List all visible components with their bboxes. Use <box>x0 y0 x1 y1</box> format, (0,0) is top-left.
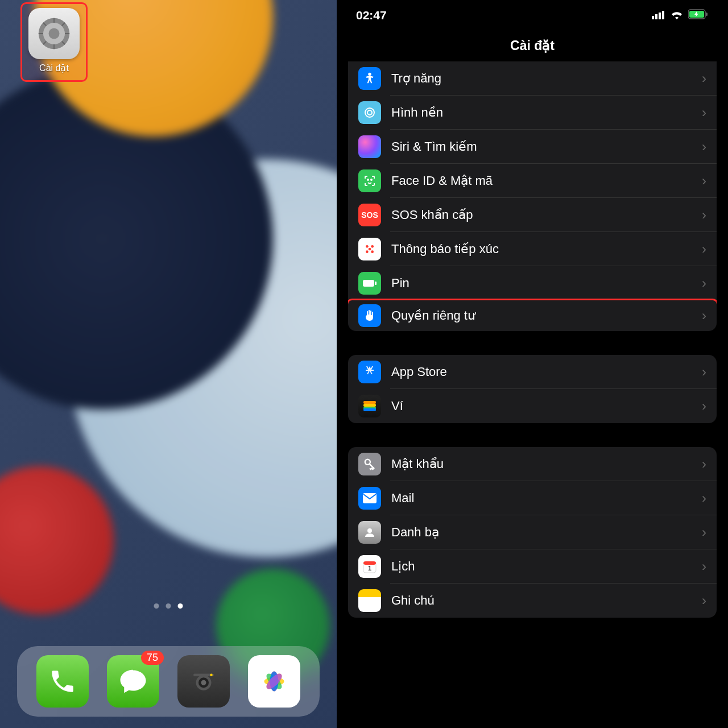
wifi-icon <box>670 9 684 22</box>
row-exposure[interactable]: Thông báo tiếp xúc › <box>348 232 717 266</box>
row-label: Mật khẩu <box>391 457 702 471</box>
svg-point-34 <box>366 245 369 248</box>
row-label: Hình nền <box>391 105 702 120</box>
row-siri[interactable]: Siri & Tìm kiếm › <box>348 130 717 164</box>
svg-point-15 <box>210 674 213 677</box>
row-battery[interactable]: Pin › <box>348 266 717 300</box>
row-faceid[interactable]: Face ID & Mật mã › <box>348 164 717 198</box>
svg-point-47 <box>367 528 372 533</box>
svg-rect-40 <box>375 282 377 285</box>
chevron-right-icon: › <box>702 105 717 121</box>
settings-app-label: Cài đặt <box>28 63 80 73</box>
svg-rect-28 <box>706 13 708 16</box>
svg-rect-25 <box>662 11 664 19</box>
messages-badge: 75 <box>141 651 164 665</box>
key-icon <box>358 453 381 475</box>
settings-list[interactable]: Trợ năng › Hình nền › Siri & Tìm kiếm › … <box>337 61 728 618</box>
svg-point-30 <box>365 108 374 117</box>
wallpaper-icon <box>358 101 381 124</box>
svg-point-33 <box>371 179 372 180</box>
chevron-right-icon: › <box>702 559 717 574</box>
settings-group-1: Trợ năng › Hình nền › Siri & Tìm kiếm › … <box>348 61 717 331</box>
svg-point-31 <box>367 110 372 115</box>
wallet-icon <box>358 395 381 417</box>
contacts-icon <box>358 521 381 544</box>
row-label: Danh bạ <box>391 525 702 540</box>
settings-group-3: Mật khẩu › Mail › Danh bạ › 1 Lịch › Ghi… <box>348 447 717 618</box>
row-passwords[interactable]: Mật khẩu › <box>348 447 717 481</box>
calendar-icon: 1 <box>358 555 381 578</box>
status-bar: 02:47 <box>337 0 728 31</box>
svg-rect-41 <box>363 401 376 404</box>
row-label: Quyền riêng tư <box>391 308 702 323</box>
row-label: Lịch <box>391 559 702 574</box>
page-dot <box>154 603 159 609</box>
settings-app[interactable]: Cài đặt <box>28 8 80 73</box>
chevron-right-icon: › <box>702 308 717 324</box>
battery-row-icon <box>358 272 381 295</box>
chevron-right-icon: › <box>702 490 717 506</box>
row-contacts[interactable]: Danh bạ › <box>348 515 717 549</box>
row-wallet[interactable]: Ví › <box>348 389 717 423</box>
chevron-right-icon: › <box>702 593 717 609</box>
svg-point-35 <box>371 245 374 248</box>
mail-icon <box>358 487 381 510</box>
accessibility-icon <box>358 67 381 90</box>
chevron-right-icon: › <box>702 524 717 540</box>
row-calendar[interactable]: 1 Lịch › <box>348 549 717 584</box>
page-dot <box>166 603 171 609</box>
chevron-right-icon: › <box>702 398 717 414</box>
row-label: Mail <box>391 491 702 506</box>
row-label: Trợ năng <box>391 71 702 86</box>
notes-icon <box>358 589 381 612</box>
battery-icon <box>688 9 709 22</box>
homescreen-panel: Cài đặt 75 <box>0 0 337 728</box>
phone-app[interactable] <box>36 655 89 708</box>
svg-point-2 <box>48 28 59 39</box>
row-wallpaper[interactable]: Hình nền › <box>348 96 717 130</box>
row-label: Pin <box>391 276 702 291</box>
row-label: SOS khẩn cấp <box>391 208 702 222</box>
sos-icon: SOS <box>358 204 381 226</box>
svg-point-38 <box>369 248 371 251</box>
chevron-right-icon: › <box>702 173 717 189</box>
faceid-icon <box>358 169 381 192</box>
row-appstore[interactable]: App Store › <box>348 355 717 389</box>
appstore-icon <box>358 361 381 383</box>
photos-app[interactable] <box>248 655 300 708</box>
svg-point-32 <box>367 179 369 180</box>
page-indicator[interactable] <box>154 603 183 609</box>
wallpaper <box>0 0 337 728</box>
chevron-right-icon: › <box>702 364 717 380</box>
chevron-right-icon: › <box>702 241 717 257</box>
cellular-icon <box>652 9 665 22</box>
svg-point-37 <box>371 250 374 253</box>
svg-rect-23 <box>655 14 657 19</box>
row-sos[interactable]: SOS SOS khẩn cấp › <box>348 198 717 232</box>
row-label: Thông báo tiếp xúc <box>391 242 702 257</box>
svg-text:1: 1 <box>368 565 371 572</box>
row-label: Ví <box>391 399 702 413</box>
settings-group-2: App Store › Ví › <box>348 355 717 423</box>
chevron-right-icon: › <box>702 207 717 223</box>
chevron-right-icon: › <box>702 275 717 291</box>
svg-point-29 <box>368 73 371 76</box>
svg-point-36 <box>366 250 369 253</box>
svg-rect-42 <box>363 404 376 407</box>
messages-app[interactable]: 75 <box>107 655 159 708</box>
row-accessibility[interactable]: Trợ năng › <box>348 61 717 96</box>
row-notes[interactable]: Ghi chú › <box>348 584 717 618</box>
row-label: App Store <box>391 365 702 379</box>
row-label: Face ID & Mật mã <box>391 173 702 188</box>
dock: 75 <box>17 646 320 717</box>
page-dot-active <box>178 603 183 609</box>
row-privacy[interactable]: Quyền riêng tư › <box>348 299 717 331</box>
svg-rect-44 <box>363 408 376 411</box>
privacy-hand-icon <box>358 304 381 327</box>
chevron-right-icon: › <box>702 71 717 86</box>
row-mail[interactable]: Mail › <box>348 481 717 515</box>
row-label: Siri & Tìm kiếm <box>391 139 702 154</box>
camera-app[interactable] <box>177 655 230 708</box>
chevron-right-icon: › <box>702 456 717 472</box>
exposure-icon <box>358 238 381 260</box>
